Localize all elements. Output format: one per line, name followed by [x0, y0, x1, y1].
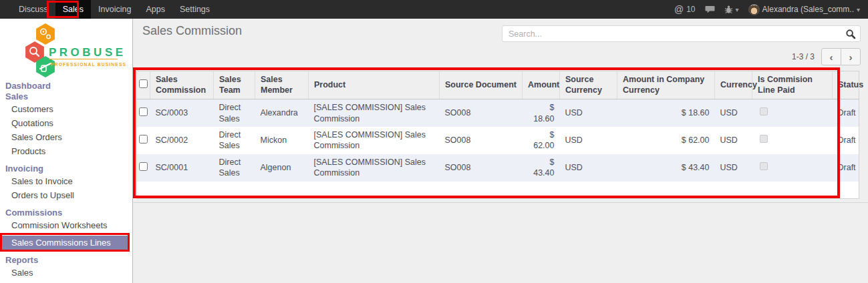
cell-team: Direct Sales	[214, 127, 255, 154]
cell-product: [SALES COMMISSION] Sales Commission	[309, 127, 440, 154]
col-source-currency[interactable]: Source Currency	[560, 71, 617, 99]
navbar-systray: @ 10 ▾ Alexandra (Sales_comm.. ▾	[674, 0, 868, 19]
col-status[interactable]: Status	[833, 71, 859, 99]
user-caret-icon: ▾	[857, 6, 860, 13]
cell-is-paid	[752, 127, 833, 154]
sidebar-section-commissions[interactable]: Commissions	[0, 208, 132, 218]
table-row[interactable]: SC/0003 Direct Sales Alexandra [SALES CO…	[137, 99, 859, 127]
col-product[interactable]: Product	[309, 71, 440, 99]
main-content: Sales Commission 1-3 / 3 ‹ ›	[134, 19, 868, 283]
cell-team: Direct Sales	[214, 99, 255, 127]
sidebar-menu: Dashboard Sales Customers Quotations Sal…	[0, 77, 132, 280]
sidebar-item-orders-to-upsell[interactable]: Orders to Upsell	[0, 188, 132, 202]
avatar	[748, 4, 760, 15]
cell-product: [SALES COMMISSION] Sales Commission	[309, 99, 440, 127]
sidebar-item-dashboard[interactable]: Dashboard	[0, 81, 132, 91]
cell-amount: $ 43.40	[523, 154, 560, 182]
logo-tagline: PROFESSIONAL BUSINESS	[51, 62, 126, 67]
col-amount[interactable]: Amount	[523, 71, 560, 99]
cell-source: SO008	[440, 127, 523, 154]
at-icon: @	[674, 4, 684, 15]
search-input[interactable]	[502, 26, 845, 41]
cell-member: Mickon	[255, 127, 309, 154]
cell-commission: SC/0002	[150, 127, 214, 154]
pager-prev-button[interactable]: ‹	[821, 48, 841, 65]
cell-is-paid	[752, 99, 833, 127]
sidebar-item-commission-worksheets[interactable]: Commission Worksheets	[0, 218, 132, 232]
pager: 1-3 / 3 ‹ ›	[792, 48, 861, 65]
sidebar-item-sales-to-invoice[interactable]: Sales to Invoice	[0, 174, 132, 188]
col-is-paid[interactable]: Is Commision Line Paid	[752, 71, 833, 99]
paid-checkbox	[760, 107, 768, 115]
cell-commission: SC/0003	[150, 99, 214, 127]
row-select-checkbox[interactable]	[139, 162, 148, 171]
sidebar-item-sales-commissions-lines[interactable]: Sales Commissions Lines	[0, 236, 128, 250]
cell-source-currency: USD	[560, 127, 617, 154]
nav-item-invoicing[interactable]: Invoicing	[91, 0, 138, 19]
sidebar-section-invoicing[interactable]: Invoicing	[0, 164, 132, 174]
sidebar-section-reports[interactable]: Reports	[0, 255, 132, 266]
activities-menu[interactable]: @ 10	[674, 4, 696, 15]
select-all-checkbox[interactable]	[139, 79, 148, 88]
cell-source: SO008	[440, 154, 523, 182]
col-currency[interactable]: Currency	[715, 71, 752, 99]
messages-menu[interactable]	[705, 5, 715, 14]
nav-item-sales[interactable]: Sales	[55, 0, 91, 19]
col-sales-commission[interactable]: Sales Commission	[150, 71, 214, 99]
select-all-header	[137, 71, 150, 99]
cell-amount: $ 62.00	[523, 127, 560, 154]
commission-list: Sales Commission Sales Team Sales Member…	[136, 71, 859, 199]
cell-amount-company: $ 18.60	[617, 99, 715, 127]
debug-caret-icon: ▾	[736, 6, 739, 13]
user-name: Alexandra (Sales_comm..	[762, 5, 854, 14]
cell-member: Algenon	[255, 154, 309, 182]
debug-menu[interactable]: ▾	[724, 5, 739, 14]
row-select-checkbox[interactable]	[139, 107, 148, 116]
sidebar-item-quotations[interactable]: Quotations	[0, 116, 132, 130]
cell-team: Direct Sales	[214, 154, 255, 182]
top-navbar: Discuss Sales Invoicing Apps Settings @ …	[0, 0, 868, 19]
row-select-checkbox[interactable]	[139, 135, 148, 144]
cell-amount-company: $ 62.00	[617, 127, 715, 154]
cell-currency: USD	[715, 99, 752, 127]
sidebar-item-products[interactable]: Products	[0, 144, 132, 158]
table-header-row: Sales Commission Sales Team Sales Member…	[137, 71, 859, 99]
nav-item-discuss[interactable]: Discuss	[11, 0, 55, 19]
paid-checkbox	[760, 162, 768, 170]
pager-range[interactable]: 1-3 / 3	[792, 52, 815, 61]
cell-member: Alexandra	[255, 99, 309, 127]
user-menu[interactable]: Alexandra (Sales_comm.. ▾	[748, 4, 860, 15]
bug-icon	[724, 5, 733, 14]
cell-status: Draft	[833, 99, 859, 127]
sidebar-item-reports-sales[interactable]: Sales	[0, 266, 132, 280]
cell-source: SO008	[440, 99, 523, 127]
col-sales-member[interactable]: Sales Member	[255, 71, 309, 99]
cell-commission: SC/0001	[150, 154, 214, 182]
sidebar-item-customers[interactable]: Customers	[0, 102, 132, 116]
table-row[interactable]: SC/0001 Direct Sales Algenon [SALES COMM…	[137, 154, 859, 182]
sidebar: PROBUSE PROFESSIONAL BUSINESS Dashboard …	[0, 19, 133, 283]
col-amount-company-currency[interactable]: Amount in Company Currency	[617, 71, 715, 99]
cell-currency: USD	[715, 127, 752, 154]
empty-row	[137, 182, 859, 199]
nav-item-settings[interactable]: Settings	[172, 0, 217, 19]
cell-amount-company: $ 43.40	[617, 154, 715, 182]
table-row[interactable]: SC/0002 Direct Sales Mickon [SALES COMMI…	[137, 127, 859, 154]
col-sales-team[interactable]: Sales Team	[214, 71, 255, 99]
col-source-document[interactable]: Source Document	[440, 71, 523, 99]
sidebar-section-sales[interactable]: Sales	[0, 91, 132, 102]
cell-source-currency: USD	[560, 154, 617, 182]
content-divider	[134, 202, 868, 203]
pager-next-button[interactable]: ›	[841, 48, 861, 65]
sidebar-item-sales-orders[interactable]: Sales Orders	[0, 130, 132, 144]
cell-product: [SALES COMMISSION] Sales Commission	[309, 154, 440, 182]
paid-checkbox	[760, 135, 768, 143]
commission-table: Sales Commission Sales Team Sales Member…	[136, 71, 859, 199]
nav-item-apps[interactable]: Apps	[138, 0, 172, 19]
cell-source-currency: USD	[560, 99, 617, 127]
cell-status: Draft	[833, 127, 859, 154]
cell-is-paid	[752, 154, 833, 182]
search-icon[interactable]	[845, 29, 860, 39]
cell-currency: USD	[715, 154, 752, 182]
activities-count: 10	[686, 5, 695, 14]
